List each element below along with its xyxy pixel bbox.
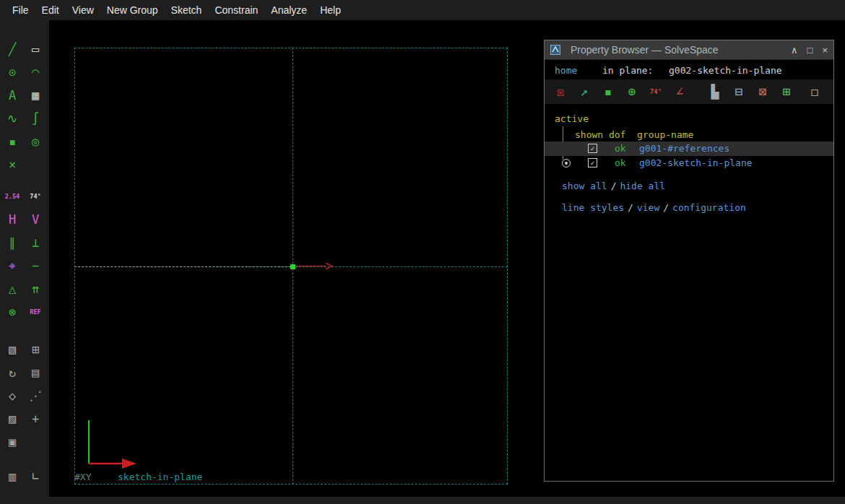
view-axes-icon (82, 417, 148, 474)
menu-item-file[interactable]: File (6, 0, 35, 20)
window-title: Property Browser — SolveSpace (571, 44, 719, 56)
sketch-in-3d-tool[interactable]: ▣ (4, 433, 21, 451)
angle-arc-icon[interactable]: ∠ (671, 83, 688, 100)
helix-box-icon[interactable]: ⊞ (778, 83, 795, 100)
menu-item-constrain[interactable]: Constrain (208, 0, 264, 20)
group-name-link[interactable]: g001-#references (639, 143, 729, 154)
distance-constraint-tool[interactable]: 2.54 (4, 188, 21, 205)
corner-block-icon[interactable]: ▙ (706, 83, 724, 100)
line-styles-link[interactable]: line styles (562, 202, 624, 213)
home-link[interactable]: home (555, 65, 577, 76)
tool-palette: ╱▭⊙◠A▦∿∫▪◎×2.5474°HV∥⊥⌖→←△⇈⊗REF▧⊞↻▤◇⋰▨+▣… (0, 20, 49, 504)
midpoint-constraint-tool[interactable]: ⊗ (4, 303, 21, 321)
hide-all-link[interactable]: hide all (620, 181, 665, 191)
datum-point-tool[interactable]: ▪ (4, 133, 21, 150)
menu-item-new-group[interactable]: New Group (100, 0, 165, 20)
sketch-in-workplane-icon[interactable]: ☒ (552, 83, 569, 100)
construction-tool[interactable]: ◎ (27, 133, 44, 150)
configuration-link[interactable]: configuration (672, 202, 746, 213)
x-axis-arrow-icon[interactable] (295, 261, 334, 271)
new-workplane-group-tool[interactable]: ▧ (4, 341, 21, 358)
group-list-columns-header: shown dof group-name (575, 129, 693, 140)
menu-item-edit[interactable]: Edit (35, 0, 66, 20)
maximize-window-icon[interactable]: □ (807, 45, 813, 55)
breadcrumb: home in plane: g002-sketch-in-plane (545, 65, 833, 77)
align-view-to-workplane-tool[interactable]: ∟ (27, 468, 44, 485)
close-window-icon[interactable]: × (822, 45, 828, 55)
link-separator: / (659, 202, 672, 213)
link-separator: / (624, 202, 637, 213)
dof-status: ok (615, 143, 626, 154)
bottom-strip (0, 497, 845, 504)
shade-window-icon[interactable]: ∧ (791, 45, 798, 55)
circle-plus-icon[interactable]: ⊕ (623, 83, 641, 100)
bezier-tool[interactable]: ∫ (27, 110, 44, 127)
settings-links: line styles/view/configuration (562, 202, 746, 213)
step-rotate-group-tool[interactable]: ◇ (4, 387, 21, 404)
parallel-constraint-tool[interactable]: ∥ (4, 234, 21, 251)
lathe-group-tool[interactable]: ↻ (4, 364, 21, 381)
arc-tool[interactable]: ◠ (27, 64, 44, 81)
dof-status: ok (615, 157, 626, 168)
datum-point-icon[interactable]: ▪ (599, 83, 617, 100)
image-tool[interactable]: ▦ (27, 87, 44, 104)
perpendicular-constraint-tool[interactable]: ⊥ (27, 234, 44, 251)
line-tool[interactable]: ╱ (4, 40, 21, 58)
symmetric-constraint-tool[interactable]: →← (27, 257, 44, 274)
cube-icon[interactable]: ◻ (806, 83, 823, 100)
link-group-tool[interactable]: + (27, 410, 44, 427)
window-controls: ∧ □ × (791, 45, 828, 55)
active-plane-name: g002-sketch-in-plane (669, 65, 782, 76)
equal-constraint-tool[interactable]: △ (4, 280, 21, 297)
workplane-name-label: #XY (74, 472, 91, 482)
helix-group-tool[interactable]: ▨ (4, 410, 21, 427)
in-plane-label: in plane: (602, 65, 653, 76)
show-hide-links: show all/hide all (562, 181, 665, 191)
menu-bar: FileEditViewNew GroupSketchConstrainAnal… (0, 0, 845, 20)
menu-item-view[interactable]: View (66, 0, 100, 20)
property-browser-titlebar[interactable]: Property Browser — SolveSpace ∧ □ × (545, 40, 833, 60)
vertical-constraint-tool[interactable]: V (27, 211, 44, 228)
property-browser-window: Property Browser — SolveSpace ∧ □ × home… (544, 40, 834, 482)
link-separator: / (607, 181, 620, 191)
x-axis-highlight-line (74, 266, 291, 267)
rectangle-tool[interactable]: ▭ (27, 40, 44, 58)
active-group-radio-icon[interactable] (562, 159, 571, 168)
shown-checkbox[interactable]: ✓ (588, 158, 597, 168)
menu-item-sketch[interactable]: Sketch (165, 0, 209, 20)
group-name-link[interactable]: g002-sketch-in-plane (639, 157, 753, 168)
group-toolbar: ☒↗▪⊕74°∠▙⊟⊠⊞◻ (545, 79, 833, 104)
view-link[interactable]: view (637, 202, 659, 213)
origin-point[interactable] (290, 264, 295, 269)
solvespace-app: FileEditViewNew GroupSketchConstrainAnal… (0, 0, 845, 504)
shown-checkbox[interactable]: ✓ (588, 144, 597, 153)
extrude-box-icon[interactable]: ⊟ (730, 83, 748, 100)
revolve-box-icon[interactable]: ⊠ (754, 83, 771, 100)
text-tool[interactable]: A (4, 87, 21, 104)
revolve-group-tool[interactable]: ▤ (27, 364, 44, 381)
horizontal-constraint-tool[interactable]: H (4, 211, 21, 228)
show-all-link[interactable]: show all (562, 181, 607, 191)
group-row[interactable]: ✓ ok g002-sketch-in-plane (545, 156, 833, 170)
menu-item-analyze[interactable]: Analyze (264, 0, 313, 20)
group-row[interactable]: ✓ ok g001-#references (545, 142, 833, 156)
window-logo-icon (550, 45, 560, 55)
sketch-group-label: sketch-in-plane (118, 472, 202, 482)
nearest-iso-view-tool[interactable]: ▥ (4, 468, 21, 485)
angle-constraint-tool[interactable]: 74° (27, 188, 44, 205)
arrow-icon[interactable]: ↗ (576, 83, 593, 100)
tangent-arc-tool[interactable]: ∿ (4, 110, 21, 127)
active-section-label: active (555, 113, 589, 124)
circle-tool[interactable]: ⊙ (4, 64, 21, 81)
step-translate-group-tool[interactable]: ⋰ (27, 387, 44, 404)
split-curves-tool[interactable]: × (4, 156, 21, 173)
angle-74-icon[interactable]: 74° (647, 83, 664, 100)
menu-item-help[interactable]: Help (313, 0, 347, 20)
point-on-line-constraint-tool[interactable]: ⌖ (4, 257, 21, 274)
extrude-group-tool[interactable]: ⊞ (27, 341, 44, 358)
property-browser-content: home in plane: g002-sketch-in-plane ☒↗▪⊕… (545, 60, 833, 481)
oriented-same-constraint-tool[interactable]: ⇈ (27, 280, 44, 297)
reference-dimension-tool[interactable]: REF (27, 303, 44, 321)
